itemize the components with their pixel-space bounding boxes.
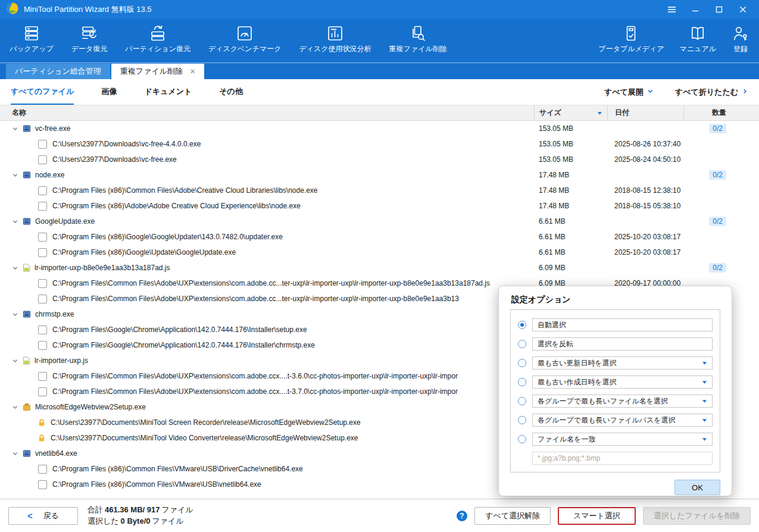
radio-button[interactable] [518,340,526,348]
radio-button[interactable] [518,397,526,405]
collapse-chevron-icon[interactable] [12,265,18,271]
toolbar-item-manual[interactable]: マニュアル [680,20,716,62]
close-button[interactable] [735,2,751,17]
option-box[interactable]: 最も古い作成日時を選択 [532,375,713,389]
toolbar-item-data-recovery[interactable]: データ復元 [71,20,108,62]
file-row[interactable]: C:\Program Files (x86)\Adobe\Adobe Creat… [0,198,759,214]
file-checkbox[interactable] [38,186,47,195]
toolbar-item-label: 重複ファイル削除 [389,44,447,54]
collapse-all-label: すべて折りたたむ [675,87,738,98]
tab-close-icon[interactable]: ✕ [190,68,195,76]
expand-all-button[interactable]: すべて展開 [604,87,654,98]
file-checkbox[interactable] [38,387,47,396]
column-header-date[interactable]: 日付 [607,105,683,120]
file-row[interactable]: C:\Users\23977\Downloads\vc-free-4.4.0.0… [0,136,759,152]
file-checkbox[interactable] [38,341,47,350]
maximize-button[interactable] [711,2,727,17]
back-button[interactable]: < 戻る [8,507,78,525]
group-size: 6.61 MB [534,214,607,229]
file-checkbox[interactable] [38,155,47,164]
group-row[interactable]: lr-importer-uxp-b8e0e9e1aa3b13a187ad.js … [0,260,759,276]
option-box[interactable]: 最も古い更新日時を選択 [532,356,713,370]
selected-line: 選択した0 Byte/0ファイル [88,516,193,527]
toolbar-item-disk-usage-analysis[interactable]: ディスク使用状況分析 [299,20,371,62]
column-header-count[interactable]: 数量 [683,105,759,120]
group-row[interactable]: GoogleUpdate.exe 6.61 MB 0/2 [0,214,759,229]
collapse-chevron-icon[interactable] [12,218,18,225]
file-checkbox[interactable] [38,202,47,211]
file-row[interactable]: C:\Program Files (x86)\Google\GoogleUpda… [0,229,759,245]
option-box[interactable]: ファイル名を一致 [532,433,713,446]
toolbar-item-bootable-media[interactable]: ブータブルメディア [598,20,664,62]
file-checkbox[interactable] [38,233,47,242]
dropdown-arrow-icon[interactable] [702,435,707,443]
group-name: GoogleUpdate.exe [35,217,95,226]
file-checkbox[interactable] [38,326,47,334]
footer-actions: ? すべて選択解除 スマート選択 選択したファイルを削除 [457,507,751,525]
toolbar-item-backup[interactable]: バックアップ [10,20,54,62]
tab-partition-management[interactable]: パーティション総合管理 [6,64,110,79]
file-checkbox[interactable] [38,248,47,257]
filter-tab-all-files[interactable]: すべてのファイル [11,79,74,105]
dropdown-arrow-icon[interactable] [702,378,707,386]
option-box[interactable]: 各グループで最も長いファイル名を選択 [532,395,713,408]
option-box[interactable]: 選択を反転 [532,337,713,351]
file-checkbox[interactable] [38,279,47,288]
file-row[interactable]: C:\Program Files (x86)\Common Files\Adob… [0,183,759,198]
minimize-button[interactable] [688,2,703,17]
group-row[interactable]: node.exe 17.48 MB 0/2 [0,167,759,183]
collapse-chevron-icon[interactable] [12,172,18,179]
file-checkbox[interactable] [38,465,47,474]
option-label: 自動選択 [538,320,566,330]
delete-selected-button[interactable]: 選択したファイルを削除 [643,507,751,525]
column-header-name[interactable]: 名称 [0,105,534,120]
sort-icon[interactable] [597,109,602,117]
dropdown-arrow-icon[interactable] [702,416,707,424]
help-icon[interactable]: ? [457,511,467,521]
file-checkbox[interactable] [38,140,47,149]
toolbar-item-label: データ復元 [71,44,108,54]
option-label: 各グループで最も長いファイル名を選択 [538,396,668,406]
option-box[interactable]: 各グループで最も長いファイルパスを選択 [532,414,713,427]
toolbar-item-partition-recovery[interactable]: パーティション復元 [125,20,190,62]
deselect-all-button[interactable]: すべて選択解除 [474,507,551,525]
filter-bar: すべてのファイル画像ドキュメントその他 すべて展開 すべて折りたたむ [0,79,759,105]
collapse-chevron-icon[interactable] [12,358,18,364]
option-box[interactable]: 自動選択 [532,318,713,331]
ok-button[interactable]: OK [674,480,720,495]
file-row[interactable]: C:\Users\23977\Downloads\vc-free.exe 153… [0,152,759,167]
collapse-all-button[interactable]: すべて折りたたむ [675,87,748,98]
file-checkbox[interactable] [38,480,47,489]
dropdown-arrow-icon[interactable] [702,359,707,367]
filter-tab-images[interactable]: 画像 [101,79,117,105]
collapse-chevron-icon[interactable] [12,126,18,132]
toolbar-item-register[interactable]: 登録 [732,20,749,62]
menu-icon[interactable] [664,2,679,17]
collapse-chevron-icon[interactable] [12,311,18,318]
filter-tab-others[interactable]: その他 [219,79,243,105]
column-header-size[interactable]: サイズ [534,105,607,120]
lock-icon [38,419,45,427]
radio-button[interactable] [518,359,526,367]
collapse-chevron-icon[interactable] [12,450,18,457]
radio-button[interactable] [518,378,526,386]
dropdown-arrow-icon[interactable] [702,397,707,405]
toolbar-item-duplicate-file-remove[interactable]: 重複ファイル削除 [389,20,447,62]
radio-button[interactable] [518,435,526,443]
radio-button[interactable] [518,416,526,424]
app-window: MiniTool Partition Wizard 無料版 13.5 バックアッ… [0,0,759,532]
collapse-chevron-icon[interactable] [12,404,18,411]
toolbar-item-disk-benchmark[interactable]: ディスクベンチマーク [208,20,282,62]
group-row[interactable]: vc-free.exe 153.05 MB 0/2 [0,121,759,136]
smart-select-button[interactable]: スマート選択 [558,507,636,525]
tab-duplicate-file-removal[interactable]: 重複ファイル削除✕ [111,64,204,79]
file-checkbox[interactable] [38,295,47,303]
file-checkbox[interactable] [38,372,47,381]
pattern-input[interactable]: *.jpg;a?b.png;*.bmp [532,452,713,465]
filter-tab-documents[interactable]: ドキュメント [144,79,192,105]
total-value: 461.36 MB/ 917 [105,505,160,514]
chevron-down-icon [647,87,654,96]
file-row[interactable]: C:\Program Files (x86)\Google\Update\Goo… [0,245,759,260]
dialog-options-frame: 自動選択 選択を反転 最も古い更新日時を選択 最も古い作成日時を選択 各グループ… [510,309,720,472]
radio-button[interactable] [518,321,526,329]
